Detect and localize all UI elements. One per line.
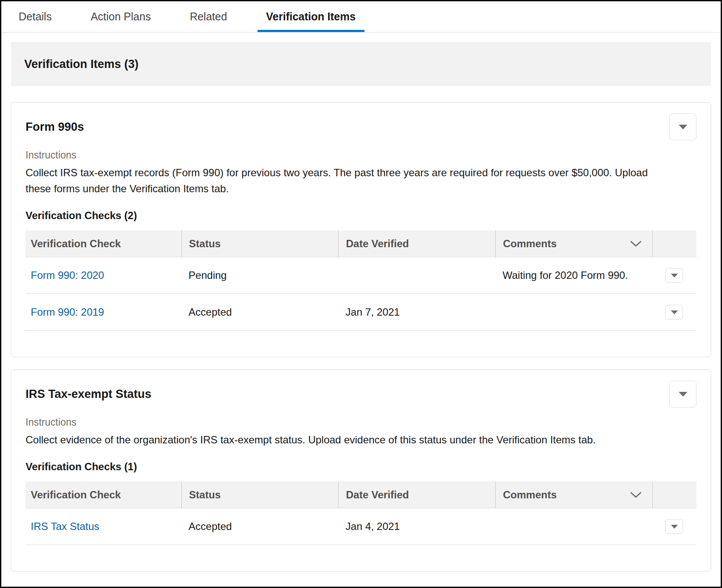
column-header-comments-label: Comments [503,489,557,501]
row-actions-button[interactable] [665,519,683,534]
cell-actions [652,268,696,283]
cell-comments: Waiting for 2020 Form 990. [495,269,652,281]
chevron-down-icon [630,491,642,498]
column-header-verification-check: Verification Check [26,481,181,508]
verification-checks-table: Verification Check Status Date Verified … [26,481,696,545]
chevron-down-icon [630,240,642,247]
verification-checks-table: Verification Check Status Date Verified … [26,230,696,331]
instructions-text: Collect evidence of the organization's I… [26,432,660,448]
card-title: Form 990s [26,120,84,134]
down-triangle-icon [679,125,687,129]
column-header-verification-check: Verification Check [26,230,181,257]
instructions-label: Instructions [26,149,696,161]
card-title: IRS Tax-exempt Status [26,388,151,401]
tab-verification-items[interactable]: Verification Items [258,1,364,32]
comments-column-menu-button[interactable] [630,491,642,498]
cell-status: Accepted [181,306,338,318]
column-header-comments: Comments [495,230,652,257]
card-header: Form 990s [26,113,696,141]
table-header-row: Verification Check Status Date Verified … [26,481,696,508]
cell-verification-check: Form 990: 2019 [26,306,181,318]
column-header-comments-label: Comments [503,238,557,250]
cell-verification-check: Form 990: 2020 [26,269,181,281]
record-link[interactable]: IRS Tax Status [31,520,99,532]
card-irs-tax-exempt-status: IRS Tax-exempt Status Instructions Colle… [11,369,711,572]
tab-bar: Details Action Plans Related Verificatio… [1,1,721,32]
cell-date-verified: Jan 7, 2021 [338,306,495,318]
column-header-date-verified: Date Verified [338,230,495,257]
instructions-label: Instructions [26,417,696,428]
column-header-actions [652,230,696,257]
card-header: IRS Tax-exempt Status [26,380,696,408]
down-triangle-icon [671,525,678,529]
comments-column-menu-button[interactable] [630,240,642,247]
section-header: Verification Items (3) [11,42,711,86]
down-triangle-icon [671,274,678,278]
page-title: Verification Items (3) [24,58,139,71]
cell-status: Pending [181,269,338,281]
card-actions-button[interactable] [669,113,696,140]
tab-action-plans[interactable]: Action Plans [82,1,159,32]
column-header-status: Status [181,230,338,257]
tab-related[interactable]: Related [181,1,235,32]
record-link[interactable]: Form 990: 2019 [31,306,104,318]
instructions-text: Collect IRS tax-exempt records (Form 990… [26,165,660,197]
down-triangle-icon [679,392,687,397]
table-row: IRS Tax Status Accepted Jan 4, 2021 [26,508,696,545]
table-header-row: Verification Check Status Date Verified … [26,230,696,257]
verification-checks-title: Verification Checks (2) [26,210,696,222]
tab-details[interactable]: Details [10,1,60,32]
column-header-date-verified: Date Verified [338,481,495,508]
down-triangle-icon [671,310,678,314]
card-actions-button[interactable] [669,381,696,407]
cell-actions [652,305,696,320]
table-row: Form 990: 2020 Pending Waiting for 2020 … [26,257,696,294]
record-link[interactable]: Form 990: 2020 [31,269,104,281]
cell-status: Accepted [181,520,338,533]
row-actions-button[interactable] [665,268,683,283]
cell-actions [652,519,696,534]
column-header-status: Status [181,481,338,508]
card-form-990s: Form 990s Instructions Collect IRS tax-e… [11,102,711,357]
page-frame: Details Action Plans Related Verificatio… [0,0,722,588]
table-row: Form 990: 2019 Accepted Jan 7, 2021 [26,294,696,331]
column-header-comments: Comments [495,481,652,508]
cell-date-verified: Jan 4, 2021 [338,520,495,533]
row-actions-button[interactable] [665,305,683,320]
column-header-actions [652,481,696,508]
cell-verification-check: IRS Tax Status [26,520,181,533]
verification-checks-title: Verification Checks (1) [26,461,696,473]
